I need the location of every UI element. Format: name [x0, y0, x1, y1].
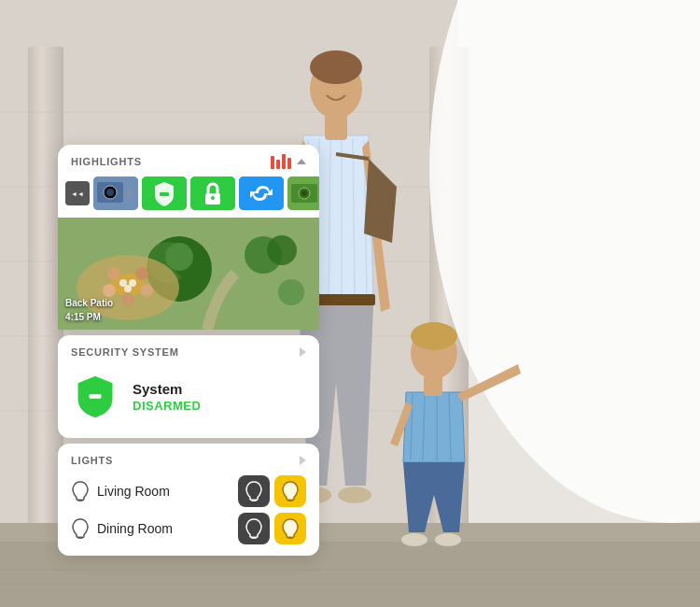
- svg-point-17: [310, 50, 362, 84]
- svg-point-71: [103, 284, 116, 297]
- svg-point-76: [124, 285, 132, 292]
- bar-4: [287, 158, 291, 169]
- thumbnail-row: [58, 176, 319, 218]
- lights-header: LIGHTS: [71, 455, 306, 466]
- living-room-name: Living Room: [97, 484, 170, 499]
- svg-point-69: [107, 267, 120, 280]
- collapse-icon[interactable]: [297, 159, 306, 164]
- dining-room-name: Dining Room: [97, 521, 173, 536]
- bulb-icon-dining: [71, 519, 90, 538]
- security-text: System DISARMED: [133, 381, 201, 414]
- svg-rect-39: [424, 375, 442, 396]
- camera-location-label: Back Patio 4:15 PM: [65, 296, 113, 324]
- svg-point-54: [301, 191, 307, 196]
- svg-rect-80: [90, 394, 102, 399]
- highlights-controls: [271, 154, 306, 169]
- lights-card: LIGHTS Living Room: [58, 444, 319, 556]
- child-figure: [373, 318, 560, 560]
- svg-point-73: [121, 293, 134, 306]
- svg-rect-50: [239, 176, 284, 210]
- thumbnail-lock[interactable]: [190, 176, 235, 210]
- svg-point-78: [267, 235, 297, 265]
- svg-point-79: [278, 279, 304, 305]
- thumbnail-shield[interactable]: [142, 176, 187, 210]
- thumbnail-cam1[interactable]: [93, 176, 138, 210]
- svg-point-38: [435, 533, 461, 546]
- dining-room-off-button[interactable]: [238, 513, 270, 544]
- svg-rect-30: [325, 114, 347, 140]
- svg-point-49: [211, 196, 215, 200]
- living-room-on-button[interactable]: [274, 475, 306, 507]
- highlights-title: HIGHLIGHTS: [71, 156, 142, 167]
- highlights-header: HIGHLIGHTS: [58, 145, 319, 176]
- security-header: SECURITY SYSTEM: [71, 346, 306, 358]
- dining-room-buttons: [238, 513, 306, 544]
- light-row-dining: Dining Room: [71, 513, 306, 544]
- lights-title: LIGHTS: [71, 455, 113, 466]
- living-room-off-button[interactable]: [238, 475, 270, 507]
- bulb-icon-living: [71, 482, 90, 501]
- security-status-badge: DISARMED: [133, 399, 201, 413]
- light-row-living: Living Room: [71, 475, 306, 507]
- dining-room-label-wrap: Dining Room: [71, 519, 173, 538]
- bar-1: [271, 156, 274, 169]
- bar-2: [276, 160, 280, 169]
- bar-icons: [271, 154, 291, 169]
- svg-point-32: [411, 322, 457, 350]
- svg-point-26: [338, 487, 371, 503]
- lights-chevron-right[interactable]: [300, 456, 306, 465]
- aerial-view: Back Patio 4:15 PM: [58, 218, 319, 330]
- app-panel: HIGHLIGHTS: [58, 145, 319, 556]
- camera-preview[interactable]: Back Patio 4:15 PM: [58, 218, 319, 330]
- security-title: SECURITY SYSTEM: [71, 346, 179, 358]
- svg-point-66: [165, 243, 193, 271]
- lights-rows: Living Room: [71, 475, 306, 544]
- svg-point-70: [135, 267, 148, 280]
- security-content: System DISARMED: [71, 367, 306, 427]
- shield-icon-wrap: [71, 373, 119, 421]
- dining-room-on-button[interactable]: [274, 513, 306, 544]
- svg-point-37: [401, 533, 427, 546]
- svg-rect-46: [160, 192, 169, 196]
- security-chevron-right[interactable]: [300, 347, 306, 357]
- back-button[interactable]: [65, 181, 90, 205]
- shield-icon: [73, 374, 118, 419]
- bar-3: [282, 154, 286, 169]
- living-room-buttons: [238, 475, 306, 507]
- thumbnail-refresh1[interactable]: [239, 176, 284, 210]
- thumbnail-outdoor[interactable]: [287, 176, 319, 210]
- svg-point-72: [140, 284, 153, 297]
- highlights-card: HIGHLIGHTS: [58, 145, 319, 330]
- svg-point-43: [106, 189, 114, 196]
- living-room-label-wrap: Living Room: [71, 482, 170, 501]
- security-system-label: System: [133, 381, 201, 397]
- security-card: SECURITY SYSTEM System DISARMED: [58, 335, 319, 438]
